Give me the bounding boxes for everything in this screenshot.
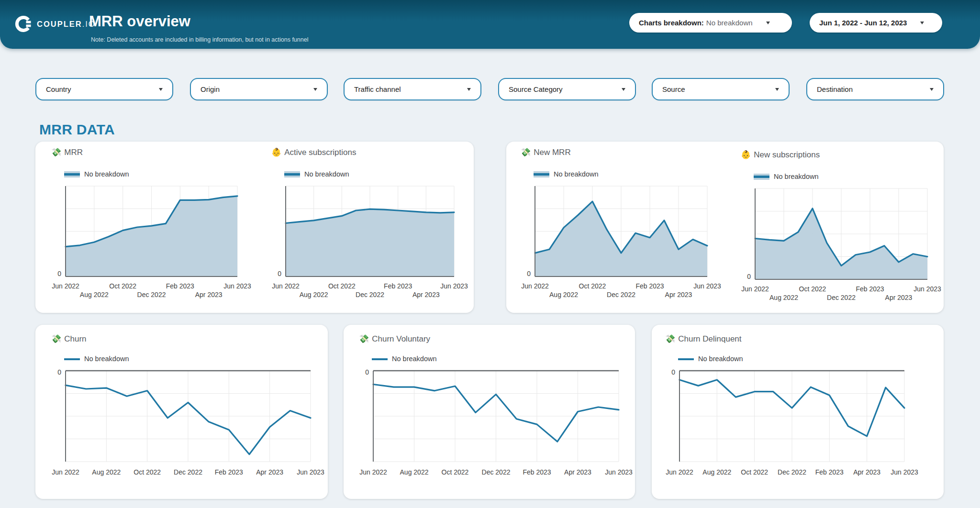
baby-emoji: 👶	[271, 147, 281, 157]
logo-text: COUPLER.IO	[37, 20, 96, 29]
legend-swatch	[64, 171, 80, 177]
chart-title-churn-delinquent: 💸Churn Delinquent	[665, 334, 742, 344]
chart-title-active-subscriptions: 👶Active subscriptions	[271, 147, 356, 157]
svg-text:Jun 2022: Jun 2022	[52, 282, 79, 290]
svg-text:Aug 2022: Aug 2022	[300, 291, 328, 298]
svg-text:Jun 2022: Jun 2022	[741, 285, 769, 293]
svg-text:Feb 2023: Feb 2023	[166, 282, 194, 290]
svg-text:Feb 2023: Feb 2023	[815, 468, 844, 476]
svg-text:Apr 2023: Apr 2023	[665, 291, 692, 298]
svg-text:Apr 2023: Apr 2023	[885, 294, 913, 301]
svg-text:Dec 2022: Dec 2022	[607, 291, 635, 298]
legend-churn: No breakdown	[64, 355, 129, 363]
page-title: MRR overview	[89, 13, 190, 30]
svg-text:Dec 2022: Dec 2022	[174, 468, 202, 476]
svg-text:Jun 2022: Jun 2022	[521, 282, 549, 290]
svg-text:Oct 2022: Oct 2022	[579, 282, 606, 290]
chevron-down-icon	[159, 88, 163, 91]
legend-new-mrr: No breakdown	[534, 170, 599, 178]
svg-text:Oct 2022: Oct 2022	[799, 285, 826, 293]
coupler-logo-icon	[14, 15, 33, 33]
svg-text:Feb 2023: Feb 2023	[856, 285, 884, 293]
svg-text:Feb 2023: Feb 2023	[523, 468, 551, 476]
legend-swatch	[754, 174, 769, 180]
legend-new-subscriptions: No breakdown	[754, 173, 819, 180]
svg-text:0: 0	[365, 368, 369, 376]
filter-origin[interactable]: Origin	[190, 78, 328, 100]
money-with-wings-emoji: 💸	[359, 334, 369, 344]
chevron-down-icon	[920, 22, 924, 24]
svg-text:Jun 2023: Jun 2023	[297, 468, 324, 476]
svg-text:Jun 2023: Jun 2023	[440, 282, 468, 290]
svg-text:Jun 2023: Jun 2023	[223, 282, 251, 290]
mrr-plot-area[interactable]: 0Jun 2022Oct 2022Feb 2023Jun 2023Aug 202…	[32, 180, 271, 308]
dashboard-page: COUPLER.IO MRR overview Note: Deleted ac…	[0, 0, 980, 508]
churn-voluntary-plot-area[interactable]: 0Jun 2022Aug 2022Oct 2022Dec 2022Feb 202…	[340, 365, 652, 493]
filter-traffic-channel[interactable]: Traffic channel	[344, 78, 481, 100]
svg-text:Aug 2022: Aug 2022	[80, 291, 109, 298]
svg-text:Apr 2023: Apr 2023	[195, 291, 223, 298]
filter-source-category[interactable]: Source Category	[498, 78, 636, 100]
date-range-dropdown[interactable]: Jun 1, 2022 - Jun 12, 2023	[810, 13, 942, 33]
svg-text:0: 0	[671, 368, 675, 376]
svg-text:Apr 2023: Apr 2023	[412, 291, 440, 298]
svg-text:Apr 2023: Apr 2023	[564, 468, 591, 476]
legend-churn-voluntary: No breakdown	[372, 355, 437, 363]
svg-text:Aug 2022: Aug 2022	[92, 468, 121, 476]
svg-text:Dec 2022: Dec 2022	[137, 291, 166, 298]
chevron-down-icon	[313, 88, 317, 91]
svg-text:0: 0	[747, 273, 751, 280]
money-with-wings-emoji: 💸	[665, 334, 675, 344]
svg-text:Dec 2022: Dec 2022	[778, 468, 806, 476]
churn-delinquent-plot-area[interactable]: 0Jun 2022Aug 2022Oct 2022Dec 2022Feb 202…	[646, 365, 938, 493]
chevron-down-icon	[467, 88, 471, 91]
header-bar: COUPLER.IO MRR overview Note: Deleted ac…	[0, 0, 980, 49]
svg-text:Jun 2022: Jun 2022	[272, 282, 300, 290]
filter-country[interactable]: Country	[35, 78, 173, 100]
filter-source[interactable]: Source	[652, 78, 790, 100]
legend-swatch	[534, 171, 549, 177]
chevron-down-icon	[622, 88, 625, 91]
legend-churn-delinquent: No breakdown	[678, 355, 743, 363]
svg-text:0: 0	[57, 368, 61, 376]
legend-active-subscriptions: No breakdown	[284, 170, 349, 178]
money-with-wings-emoji: 💸	[51, 334, 61, 344]
svg-text:Jun 2022: Jun 2022	[666, 468, 693, 476]
svg-text:0: 0	[278, 270, 281, 277]
svg-text:Dec 2022: Dec 2022	[482, 468, 511, 476]
svg-text:Jun 2022: Jun 2022	[52, 468, 79, 476]
svg-text:Jun 2023: Jun 2023	[891, 468, 918, 476]
filter-destination[interactable]: Destination	[806, 78, 944, 100]
svg-text:Jun 2023: Jun 2023	[693, 282, 721, 290]
chevron-down-icon	[930, 88, 934, 91]
active-subscriptions-plot-area[interactable]: 0Jun 2022Oct 2022Feb 2023Jun 2023Aug 202…	[252, 180, 488, 308]
svg-text:Jun 2022: Jun 2022	[359, 468, 387, 476]
svg-text:Feb 2023: Feb 2023	[215, 468, 243, 476]
svg-text:Dec 2022: Dec 2022	[356, 291, 384, 298]
header-note: Note: Deleted accounts are included in b…	[91, 36, 308, 43]
svg-text:Jun 2023: Jun 2023	[605, 468, 633, 476]
svg-text:Aug 2022: Aug 2022	[400, 468, 429, 476]
section-title-mrr-data: MRR DATA	[39, 121, 115, 138]
svg-text:Apr 2023: Apr 2023	[853, 468, 880, 476]
svg-text:Dec 2022: Dec 2022	[827, 294, 856, 301]
new-mrr-plot-area[interactable]: 0Jun 2022Oct 2022Feb 2023Jun 2023Aug 202…	[501, 180, 741, 308]
coupler-logo: COUPLER.IO	[14, 15, 96, 33]
chart-title-mrr: 💸MRR	[51, 147, 83, 157]
new-subscriptions-plot-area[interactable]: 0Jun 2022Oct 2022Feb 2023Jun 2023Aug 202…	[722, 183, 961, 311]
svg-text:Aug 2022: Aug 2022	[549, 291, 578, 298]
churn-plot-area[interactable]: 0Jun 2022Aug 2022Oct 2022Dec 2022Feb 202…	[32, 365, 344, 493]
legend-swatch	[64, 356, 80, 362]
charts-breakdown-dropdown[interactable]: Charts breakdown: No breakdown	[629, 13, 792, 33]
legend-swatch	[678, 356, 694, 362]
svg-text:Jun 2023: Jun 2023	[913, 285, 941, 293]
svg-text:Feb 2023: Feb 2023	[635, 282, 664, 290]
svg-text:Oct 2022: Oct 2022	[442, 468, 469, 476]
legend-swatch	[372, 356, 388, 362]
chevron-down-icon	[766, 22, 770, 24]
svg-text:Oct 2022: Oct 2022	[134, 468, 161, 476]
baby-emoji: 👶	[741, 150, 751, 160]
chevron-down-icon	[775, 88, 779, 91]
legend-mrr: No breakdown	[64, 170, 129, 178]
svg-text:Oct 2022: Oct 2022	[109, 282, 136, 290]
